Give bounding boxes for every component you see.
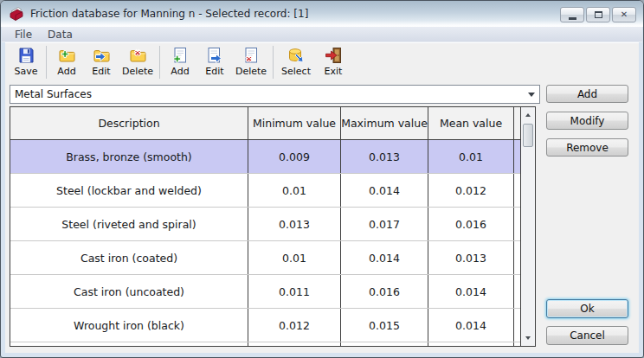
table-row[interactable]: Brass, bronze (smooth) 0.009 0.013 0.01: [10, 140, 520, 174]
cell-maximum: 0.013: [341, 140, 428, 173]
cell-minimum: 0.009: [248, 140, 341, 173]
scroll-up-button[interactable]: [521, 108, 535, 122]
scrollbar-thumb[interactable]: [523, 124, 533, 147]
cell-filler: [514, 208, 520, 240]
save-button[interactable]: Save: [9, 44, 43, 80]
modify-record-button[interactable]: Modify: [546, 112, 628, 130]
cell-mean: 0.016: [428, 208, 514, 240]
friction-database-window: Friction database for Manning n - Select…: [0, 0, 644, 358]
table-row[interactable]: Cast iron (uncoated) 0.011 0.016 0.014: [10, 275, 520, 309]
minimize-button[interactable]: [560, 7, 584, 22]
cell-filler: [514, 309, 520, 342]
cell-description: Steel (lockbar and welded): [10, 174, 248, 207]
cell-maximum: 0.016: [341, 275, 428, 308]
category-add-button[interactable]: Add: [49, 44, 84, 80]
dropdown-arrow-zone[interactable]: [524, 93, 539, 97]
friction-table: Description Minimum value Maximum value …: [10, 106, 536, 347]
scroll-up-icon: [525, 113, 531, 117]
table-row[interactable]: Steel (lockbar and welded) 0.01 0.014 0.…: [10, 174, 520, 208]
close-icon: ✕: [621, 10, 628, 19]
cell-mean: 0.014: [428, 309, 514, 342]
cell-minimum: 0.011: [248, 275, 341, 308]
title-bar[interactable]: Friction database for Manning n - Select…: [1, 1, 643, 27]
client-area: Save Add Edit: [5, 42, 639, 353]
toolbar-separator: [46, 46, 47, 79]
category-dropdown[interactable]: Metal Surfaces: [10, 85, 540, 104]
table-body: Brass, bronze (smooth) 0.009 0.013 0.01 …: [10, 140, 520, 342]
column-header-minimum[interactable]: Minimum value: [248, 107, 341, 139]
cell-filler: [514, 241, 520, 274]
select-icon: [287, 46, 306, 65]
ok-button[interactable]: Ok: [546, 299, 628, 318]
select-button[interactable]: Select: [276, 44, 316, 80]
category-dropdown-value: Metal Surfaces: [10, 88, 524, 100]
category-delete-button[interactable]: Delete: [119, 44, 157, 80]
cell-mean: 0.013: [428, 241, 514, 274]
cell-maximum: 0.014: [341, 241, 428, 274]
cell-description: Steel (riveted and spiral): [10, 208, 248, 240]
exit-button[interactable]: Exit: [316, 44, 351, 80]
vertical-scrollbar[interactable]: [520, 107, 535, 346]
folder-edit-icon: [92, 46, 111, 65]
table-columns-area: Description Minimum value Maximum value …: [10, 107, 520, 346]
column-header-mean[interactable]: Mean value: [428, 107, 514, 139]
cell-mean: 0.014: [428, 275, 514, 308]
table-row[interactable]: Cast iron (coated) 0.01 0.014 0.013: [10, 241, 520, 275]
maximize-button[interactable]: [586, 7, 610, 22]
table-row[interactable]: Wrought iron (black) 0.012 0.015 0.014: [10, 309, 520, 342]
toolbar-separator: [159, 46, 160, 79]
caption-buttons: ✕: [560, 7, 636, 22]
cell-maximum: 0.014: [341, 174, 428, 207]
app-book-icon: [8, 5, 25, 22]
cancel-button[interactable]: Cancel: [546, 326, 628, 345]
toolbar: Save Add Edit: [5, 42, 639, 80]
record-delete-icon: [242, 46, 261, 65]
close-button[interactable]: ✕: [612, 7, 636, 22]
column-header-description[interactable]: Description: [10, 107, 248, 139]
column-header-filler: [514, 107, 520, 139]
exit-icon: [324, 46, 343, 65]
chevron-down-icon: [528, 93, 535, 97]
minimize-icon: [569, 17, 576, 20]
category-edit-button[interactable]: Edit: [84, 44, 119, 80]
cell-description: Wrought iron (black): [10, 309, 248, 342]
cell-mean: 0.012: [428, 174, 514, 207]
record-delete-button[interactable]: Delete: [232, 44, 270, 80]
table-header-row: Description Minimum value Maximum value …: [10, 107, 520, 140]
save-icon: [16, 46, 35, 65]
cell-minimum: 0.01: [248, 174, 341, 207]
toolbar-separator: [273, 46, 274, 79]
remove-record-button[interactable]: Remove: [546, 138, 628, 157]
cell-maximum: 0.017: [341, 208, 428, 240]
scroll-down-button[interactable]: [521, 331, 535, 345]
maximize-icon: [595, 11, 602, 18]
window-title: Friction database for Manning n - Select…: [30, 8, 308, 20]
cell-filler: [514, 275, 520, 308]
menu-data[interactable]: Data: [40, 28, 80, 42]
cell-maximum: 0.015: [341, 309, 428, 342]
cell-description: Cast iron (uncoated): [10, 275, 248, 308]
record-add-icon: [171, 46, 190, 65]
record-edit-icon: [205, 46, 224, 65]
folder-add-icon: [57, 46, 76, 65]
add-record-button[interactable]: Add: [546, 85, 628, 103]
cell-filler: [514, 140, 520, 173]
record-add-button[interactable]: Add: [163, 44, 197, 80]
column-header-maximum[interactable]: Maximum value: [341, 107, 428, 139]
menu-bar: File Data: [2, 27, 642, 42]
cell-filler: [514, 174, 520, 207]
cell-description: Brass, bronze (smooth): [10, 140, 248, 173]
table-row[interactable]: Steel (riveted and spiral) 0.013 0.017 0…: [10, 208, 520, 241]
cell-minimum: 0.01: [248, 241, 341, 274]
cell-description: Cast iron (coated): [10, 241, 248, 274]
cell-minimum: 0.012: [248, 309, 341, 342]
menu-file[interactable]: File: [7, 28, 40, 42]
table-row-partial: [10, 342, 520, 346]
cell-minimum: 0.013: [248, 208, 341, 240]
folder-delete-icon: [128, 46, 147, 65]
scroll-down-icon: [525, 336, 531, 340]
record-edit-button[interactable]: Edit: [197, 44, 232, 80]
cell-mean: 0.01: [428, 140, 514, 173]
